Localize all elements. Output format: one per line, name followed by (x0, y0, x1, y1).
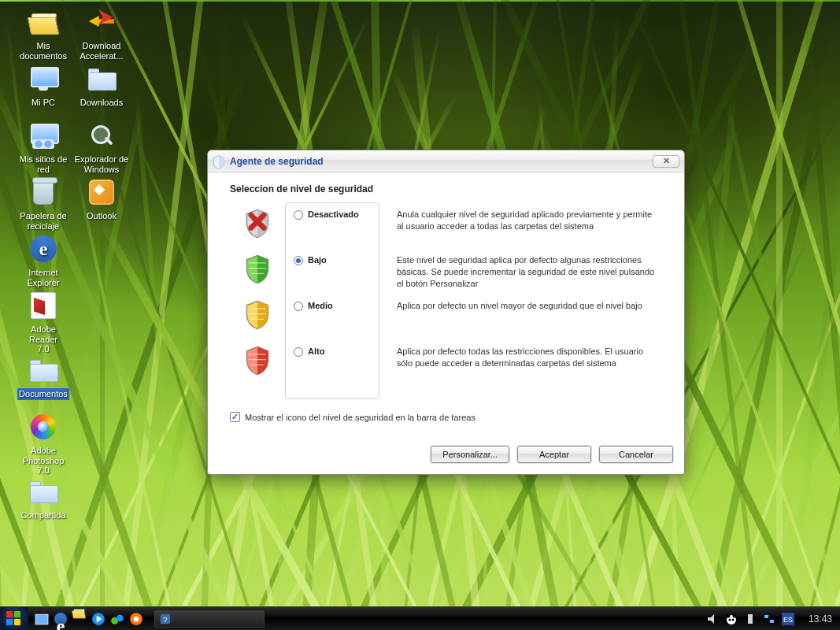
level-description-off: Anula cualquier nivel de seguridad aplic… (397, 209, 659, 254)
ql-msn-icon[interactable] (110, 612, 124, 626)
shield-off-icon (244, 209, 271, 239)
customize-button[interactable]: Personalizar... (431, 446, 509, 463)
svg-rect-15 (748, 614, 753, 624)
desktop-icon-label: Downloads (79, 97, 124, 109)
desktop-icon-label: InternetExplorer (26, 267, 61, 288)
desktop-icon-explorador[interactable]: Explorador deWindows (72, 120, 131, 175)
level-option-low[interactable]: Bajo (294, 255, 371, 301)
svg-point-12 (732, 613, 736, 617)
ql-show-desktop-icon[interactable] (35, 612, 49, 626)
tray-network-icon[interactable] (763, 613, 775, 625)
desktop-icon-documentos[interactable]: Documentos (14, 354, 72, 400)
folder-plain-icon (86, 63, 117, 94)
tray-panda-icon[interactable] (725, 613, 738, 625)
shield-icon (213, 155, 225, 168)
desktop-icon-ie[interactable]: InternetExplorer (14, 233, 72, 288)
desktop-icon-mis-sitios[interactable]: Mis sitios dered (14, 120, 72, 175)
svg-point-14 (731, 618, 734, 621)
trash-icon (28, 176, 59, 208)
level-option-off[interactable]: Desactivado (294, 209, 371, 255)
security-level-group: DesactivadoBajoMedioAlto (285, 202, 379, 399)
ql-wmp-icon[interactable] (129, 612, 143, 626)
desktop-icon-photoshop[interactable]: AdobePhotoshop 7.0 (14, 411, 72, 476)
level-label: Desactivado (308, 209, 359, 219)
show-tray-icon-label: Mostrar el icono del nivel de seguridad … (245, 413, 476, 422)
tray-usb-icon[interactable] (744, 613, 757, 625)
monitor-net-icon (28, 120, 59, 151)
desktop-icon-label: Compartida (20, 510, 68, 521)
section-title: Seleccion de nivel de seguridad (230, 183, 662, 195)
level-option-med[interactable]: Medio (294, 301, 371, 346)
desktop-icon-outlook[interactable]: Outlook (72, 176, 131, 222)
folder-open-icon (28, 6, 59, 38)
level-description-med: Aplica por defecto un nivel mayor de seg… (397, 300, 659, 346)
desktop-icon-adobe-reader[interactable]: Adobe Reader7.0 (14, 290, 72, 355)
show-tray-icon-checkbox[interactable] (230, 412, 240, 422)
desktop-icon-label: DownloadAccelerat... (78, 40, 124, 61)
radio-icon (294, 302, 303, 311)
dialog-titlebar[interactable]: Agente de seguridad ✕ (208, 150, 684, 172)
taskbar: ? ES 13:43 (0, 606, 840, 630)
taskbar-clock: 13:43 (801, 613, 840, 624)
svg-rect-0 (35, 614, 48, 624)
tray-lang-icon[interactable]: ES (782, 613, 794, 625)
tray-volume-icon[interactable] (706, 613, 719, 625)
desktop-icon-label: Outlook (85, 210, 118, 222)
desktop-icon-label: Explorador deWindows (73, 154, 131, 175)
start-button[interactable] (0, 607, 28, 631)
shield-red-icon (244, 346, 271, 376)
desktop-icon-label: AdobePhotoshop 7.0 (14, 445, 72, 476)
folder-plain-icon (28, 476, 59, 507)
svg-text:?: ? (163, 614, 167, 623)
desktop-icon-mi-pc[interactable]: Mi PC (14, 63, 72, 109)
svg-point-13 (728, 618, 731, 621)
svg-rect-17 (770, 620, 774, 623)
help-icon: ? (160, 613, 171, 624)
desktop-icon-downloads[interactable]: Downloads (72, 63, 131, 109)
level-option-high[interactable]: Alto (294, 346, 371, 392)
desktop-icon-label: Mis sitios dered (18, 154, 69, 175)
dap-icon (86, 6, 117, 38)
desktop-icon-download-accel[interactable]: DownloadAccelerat... (72, 6, 131, 61)
ql-explorer-icon[interactable] (72, 612, 87, 626)
ie-icon (28, 233, 59, 265)
close-button[interactable]: ✕ (653, 155, 679, 168)
taskbar-button[interactable]: ? (154, 610, 265, 628)
ql-ie-icon[interactable] (54, 612, 68, 626)
security-agent-dialog: Agente de seguridad ✕ Seleccion de nivel… (207, 150, 685, 475)
svg-rect-16 (764, 615, 768, 618)
level-description-low: Este nivel de seguridad aplica por defec… (397, 254, 659, 300)
level-label: Bajo (308, 255, 327, 265)
shield-green-icon (244, 254, 271, 284)
outlook-icon (86, 176, 117, 208)
magnifier-icon (86, 120, 117, 151)
svg-point-4 (117, 614, 124, 621)
cancel-button[interactable]: Cancelar (599, 446, 673, 463)
system-tray: ES (700, 613, 801, 625)
radio-icon (294, 210, 303, 220)
shield-yellow-icon (244, 300, 271, 330)
ok-button[interactable]: Aceptar (517, 446, 591, 463)
monitor-icon (28, 63, 59, 94)
desktop-icon-label: Mi PC (30, 97, 57, 109)
desktop-icon-label: Documentos (17, 388, 69, 400)
quick-launch (28, 612, 150, 626)
desktop-icon-label: Papelera dereciclaje (18, 210, 68, 232)
ps-icon (28, 411, 59, 443)
windows-logo-icon (6, 611, 22, 627)
svg-point-6 (134, 616, 139, 621)
svg-point-11 (726, 613, 730, 617)
level-label: Alto (308, 346, 324, 356)
desktop-icon-papelera[interactable]: Papelera dereciclaje (14, 176, 72, 232)
folder-plain-icon (28, 354, 59, 386)
radio-icon (294, 347, 303, 357)
svg-marker-9 (708, 614, 714, 624)
desktop-icon-compartida[interactable]: Compartida (14, 476, 72, 521)
desktop-icon-mis-documentos[interactable]: Misdocumentos (14, 6, 72, 61)
ql-media-icon[interactable] (91, 612, 105, 626)
level-label: Medio (308, 301, 333, 310)
adobe-reader-icon (28, 290, 59, 321)
level-description-high: Aplica por defecto todas las restriccion… (397, 346, 659, 391)
radio-icon (294, 256, 303, 265)
dialog-title: Agente de seguridad (230, 156, 653, 167)
